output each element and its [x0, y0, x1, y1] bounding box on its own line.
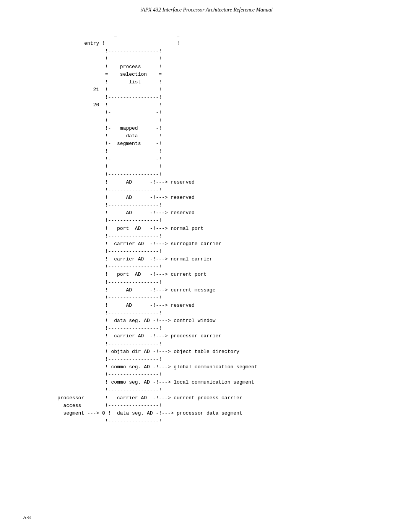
header-title: iAPX 432 Interface Processor Architectur…	[140, 7, 273, 13]
diagram-content: = = entry ! ! !-----------------! ! ! ! …	[57, 32, 356, 425]
page-header: iAPX 432 Interface Processor Architectur…	[0, 0, 413, 17]
diagram-container: = = entry ! ! !-----------------! ! ! ! …	[57, 32, 356, 425]
page-number: A-8	[23, 514, 31, 520]
page-footer: A-8	[23, 514, 31, 521]
